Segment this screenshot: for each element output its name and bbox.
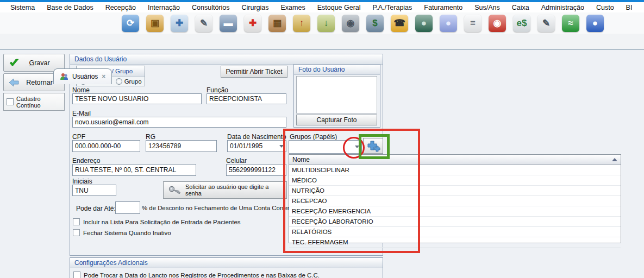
pode-trocar-data-label: Pode Trocar a Data do Lancto nos Registr… xyxy=(84,272,320,278)
add-cross-icon xyxy=(366,140,380,152)
billing-computer-icon-glyph: $ xyxy=(372,18,377,28)
menu-item-estoque-geral[interactable]: Estoque Geral xyxy=(311,4,367,11)
incluir-lista-checkbox[interactable] xyxy=(73,218,80,225)
solicitar-senha-label: Solicitar ao usuário que digite a senha xyxy=(185,184,286,197)
grupo-row-nutricao[interactable]: NUTRIÇÃO xyxy=(289,186,621,196)
pode-trocar-data-row[interactable]: Pode Trocar a Data do Lancto nos Registr… xyxy=(73,271,320,278)
stock-box-icon-glyph: ▦ xyxy=(273,18,282,28)
money-up-icon[interactable]: ↑ xyxy=(293,15,310,32)
grupo-row-recepcao[interactable]: RECEPCAO xyxy=(289,196,621,206)
fechar-sistema-row[interactable]: Fechar Sistema Quando Inativo xyxy=(73,229,171,236)
data-nascimento-combo[interactable]: 01/01/1995 xyxy=(227,140,286,152)
grupos-combo[interactable] xyxy=(289,140,362,154)
grupo-row-recepcao-emergencia[interactable]: RECEPÇÃO EMERGENCIA xyxy=(289,206,621,217)
check-icon xyxy=(9,58,20,68)
stock-box-icon[interactable]: ▦ xyxy=(268,15,286,32)
users-refresh-icon[interactable]: ⟳ xyxy=(122,15,139,32)
desconto-field[interactable] xyxy=(115,201,140,214)
tab-usuarios-close-icon[interactable]: × xyxy=(102,73,105,80)
rg-field[interactable]: 123456789 xyxy=(146,140,217,152)
sort-ascending-icon[interactable] xyxy=(612,158,617,161)
menu-item-internacao[interactable]: Internação xyxy=(142,4,186,11)
cadastro-continuo-checkbox[interactable] xyxy=(7,98,14,105)
grupo-row-medico[interactable]: MÉDICO xyxy=(289,175,621,186)
iniciais-label: Iniciais xyxy=(72,178,92,185)
document-sign-icon-glyph: ✎ xyxy=(200,18,208,28)
electronic-invoice-icon[interactable]: e$ xyxy=(513,15,530,32)
menu-item-recepcao[interactable]: Recepção xyxy=(99,4,142,11)
config-adicionais-header: Configurações Adicionais xyxy=(70,258,383,268)
fechar-sistema-label: Fechar Sistema Quando Inativo xyxy=(83,230,171,236)
email-field[interactable]: novo.usuario@email.com xyxy=(72,117,286,128)
manual-book-icon-glyph: ● xyxy=(421,18,427,28)
grupo-row-relatorios[interactable]: RELATÓRIOS xyxy=(289,227,621,237)
power-icon[interactable]: ◉ xyxy=(489,15,506,32)
patients-folder-icon[interactable]: ▣ xyxy=(146,15,164,32)
cadastro-continuo-row[interactable]: Cadastro Contínuo xyxy=(3,93,65,111)
tab-usuarios[interactable]: Usuários × xyxy=(53,68,112,84)
phone-book-icon[interactable]: ☎ xyxy=(391,15,408,32)
money-down-icon[interactable]: ↓ xyxy=(317,15,335,32)
power-icon-glyph: ◉ xyxy=(493,18,502,28)
menu-item-faturamento[interactable]: Faturamento xyxy=(418,4,468,11)
safe-icon-glyph: ◉ xyxy=(347,18,355,28)
pode-trocar-data-checkbox[interactable] xyxy=(73,271,80,278)
ambulance-icon[interactable]: ✚ xyxy=(244,15,261,32)
celular-field[interactable]: 5562999991122 xyxy=(226,164,286,176)
doctor-icon[interactable]: ✚ xyxy=(171,15,188,32)
grupo-row-tec-efermagem[interactable]: TEC. EFERMAGEM xyxy=(289,237,621,248)
contract-icon[interactable]: ✎ xyxy=(537,15,555,32)
permitir-abrir-ticket-button[interactable]: Permitir Abrir Ticket xyxy=(221,66,287,78)
menu-item-cirurgias[interactable]: Cirurgias xyxy=(236,4,275,11)
data-nascimento-value: 01/01/1995 xyxy=(230,142,262,150)
retornar-label: Retornar xyxy=(26,79,53,86)
menu-item-custo[interactable]: Custo xyxy=(590,4,620,11)
health-log-icon[interactable]: ≈ xyxy=(562,15,579,32)
grupo-row-multidisciplinar[interactable]: MULTIDISCIPLINAR xyxy=(289,165,621,175)
grupos-dropdown-icon[interactable] xyxy=(355,146,359,148)
cpf-field[interactable]: 000.000.000-00 xyxy=(72,140,140,152)
menu-item-exames[interactable]: Exames xyxy=(275,4,311,11)
menu-item-p-a-terapias[interactable]: P.A./Terapias xyxy=(367,4,418,11)
foto-preview-area xyxy=(296,76,377,113)
billing-computer-icon[interactable]: $ xyxy=(366,15,384,32)
solicitar-senha-button[interactable]: Solicitar ao usuário que digite a senha xyxy=(163,181,287,199)
contacts-book-icon[interactable]: ● xyxy=(586,15,604,32)
menu-item-sistema[interactable]: Sistema xyxy=(4,4,41,11)
data-nascimento-label: Data de Nascimento xyxy=(227,133,286,141)
add-grupo-button[interactable] xyxy=(363,138,383,154)
iniciais-field[interactable]: TNU xyxy=(72,185,116,196)
radio-grupo[interactable] xyxy=(116,78,122,85)
back-arrow-icon xyxy=(9,78,20,87)
menu-item-administracao[interactable]: Administração xyxy=(535,4,590,11)
cpf-label: CPF xyxy=(72,133,85,141)
capturar-foto-button[interactable]: Capturar Foto xyxy=(296,115,377,125)
capturar-foto-label: Capturar Foto xyxy=(316,116,357,124)
safe-icon[interactable]: ◉ xyxy=(342,15,359,32)
grupos-list-rows: MULTIDISCIPLINARMÉDICONUTRIÇÃORECEPCAORE… xyxy=(289,165,621,248)
endereco-label: Endereço xyxy=(72,157,100,165)
grupo-row-recepcao-laboratorio[interactable]: RECEPÇÃO LABORATORIO xyxy=(289,217,621,227)
menu-item-base-de-dados[interactable]: Base de Dados xyxy=(41,4,99,11)
contacts-book-icon-glyph: ● xyxy=(592,18,598,28)
hospital-bed-icon-glyph: ▬ xyxy=(224,18,233,28)
doctor-icon-glyph: ✚ xyxy=(176,18,183,28)
menu-item-consultorios[interactable]: Consultórios xyxy=(186,4,235,11)
radio-grupo-label: Grupo xyxy=(124,78,142,85)
endereco-field[interactable]: RUA TESTE, Nº 00, ST. CENTRAL xyxy=(72,164,196,176)
grupos-list-header[interactable]: Nome xyxy=(289,155,621,165)
data-nascimento-dropdown-icon[interactable] xyxy=(279,145,284,148)
funcao-field[interactable]: RECEPCIONISTA xyxy=(207,93,286,104)
incluir-lista-row[interactable]: Incluir na Lista Para Solicitação de Ent… xyxy=(73,218,241,225)
menu-item-sus-ans[interactable]: Sus/Ans xyxy=(468,4,506,11)
menu-item-bi[interactable]: BI xyxy=(620,4,639,11)
chat-icon[interactable]: ● xyxy=(440,15,457,32)
invoice-icon[interactable]: ≡ xyxy=(464,15,482,32)
fechar-sistema-checkbox[interactable] xyxy=(73,229,80,236)
tab-bar: Bem Vindo × Usuários × xyxy=(0,34,644,50)
menu-item-caixa[interactable]: Caixa xyxy=(506,4,535,11)
hospital-bed-icon[interactable]: ▬ xyxy=(220,15,237,32)
document-sign-icon[interactable]: ✎ xyxy=(195,15,212,32)
nome-field[interactable]: TESTE NOVO USUARIO xyxy=(72,93,202,104)
manual-book-icon[interactable]: ● xyxy=(415,15,433,32)
